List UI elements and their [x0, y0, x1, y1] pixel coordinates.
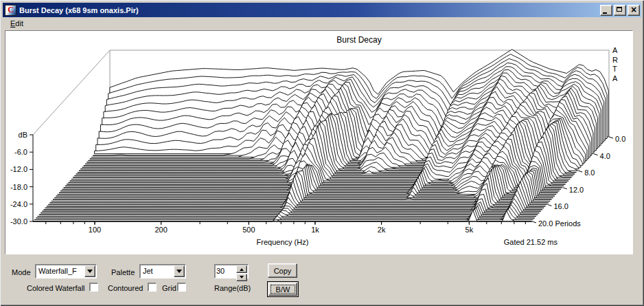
palette-dropdown-button[interactable] — [174, 265, 185, 277]
mode-dropdown-button[interactable] — [84, 265, 95, 277]
spin-up-button[interactable] — [236, 265, 247, 273]
title-bar[interactable]: C Burst Decay (x68 9sm onaxis.Pir) — [3, 3, 641, 17]
contoured-label: Contoured — [108, 284, 143, 292]
svg-text:4.0: 4.0 — [600, 152, 610, 160]
arta-app-icon[interactable]: C — [5, 5, 16, 16]
control-panel: Mode Waterfall_F Palette Jet Copy Colore… — [3, 255, 641, 303]
chevron-down-icon — [87, 270, 93, 276]
svg-text:0.0: 0.0 — [615, 135, 625, 143]
svg-text:-18.0: -18.0 — [10, 183, 27, 191]
range-db-label: Range(dB) — [214, 284, 251, 292]
colored-waterfall-label: Colored Waterfall — [27, 284, 85, 292]
maximize-icon — [617, 7, 622, 12]
burst-decay-plot-area: dB-6.0-12.0-18.0-24.0-30.01002005001k2k5… — [5, 30, 633, 254]
svg-text:Gated 21.52 ms: Gated 21.52 ms — [504, 238, 558, 246]
range-db-input[interactable] — [216, 266, 235, 276]
palette-label: Palette — [111, 268, 135, 276]
minimize-icon — [603, 12, 607, 14]
mode-value: Waterfall_F — [38, 267, 77, 275]
svg-text:dB: dB — [19, 131, 27, 139]
svg-text:12.0: 12.0 — [569, 186, 584, 194]
mode-label: Mode — [12, 268, 31, 276]
grid-checkbox[interactable] — [177, 283, 186, 292]
window-title: Burst Decay (x68 9sm onaxis.Pir) — [19, 6, 600, 14]
palette-combobox[interactable]: Jet — [139, 264, 186, 278]
grid-label: Grid — [162, 284, 176, 292]
svg-text:200: 200 — [154, 226, 167, 234]
minimize-button[interactable] — [600, 5, 612, 16]
chevron-down-icon — [176, 270, 182, 276]
svg-text:100: 100 — [89, 226, 101, 234]
svg-text:-12.0: -12.0 — [10, 165, 27, 173]
caption-buttons — [600, 5, 640, 16]
palette-value: Jet — [143, 267, 153, 275]
menu-edit[interactable]: Edit — [6, 18, 27, 29]
arrow-up-icon — [240, 266, 244, 271]
spinner-buttons — [236, 265, 247, 277]
svg-text:Burst Decay: Burst Decay — [336, 35, 381, 45]
svg-text:8.0: 8.0 — [584, 168, 595, 177]
range-db-spinner — [214, 264, 249, 278]
arrow-down-icon — [240, 276, 244, 281]
colored-waterfall-checkbox[interactable] — [89, 283, 98, 292]
svg-text:Frequency (Hz): Frequency (Hz) — [257, 238, 309, 246]
svg-text:2k: 2k — [378, 226, 386, 234]
maximize-button[interactable] — [614, 5, 626, 16]
arta-burst-decay-window: { "window": { "title": "Burst Decay (x68… — [0, 0, 644, 306]
svg-text:500: 500 — [242, 226, 255, 234]
spin-down-button[interactable] — [236, 274, 247, 281]
menu-bar: Edit — [3, 17, 641, 30]
waterfall-chart: dB-6.0-12.0-18.0-24.0-30.01002005001k2k5… — [5, 31, 632, 254]
svg-text:-6.0: -6.0 — [14, 148, 27, 156]
close-button[interactable] — [628, 5, 640, 16]
svg-text:1k: 1k — [311, 226, 319, 234]
svg-text:16.0: 16.0 — [553, 202, 568, 210]
copy-button[interactable]: Copy — [268, 263, 297, 278]
svg-text:5k: 5k — [465, 226, 474, 234]
svg-text:-24.0: -24.0 — [10, 200, 27, 208]
mode-combobox[interactable]: Waterfall_F — [35, 264, 97, 278]
svg-text:ARTA: ARTA — [612, 46, 618, 83]
contoured-checkbox[interactable] — [148, 283, 157, 292]
bw-button[interactable]: B/W — [268, 283, 297, 296]
svg-text:20.0 Periods: 20.0 Periods — [538, 219, 581, 228]
bw-button-ring: B/W — [267, 281, 299, 297]
svg-text:-30.0: -30.0 — [10, 217, 27, 226]
